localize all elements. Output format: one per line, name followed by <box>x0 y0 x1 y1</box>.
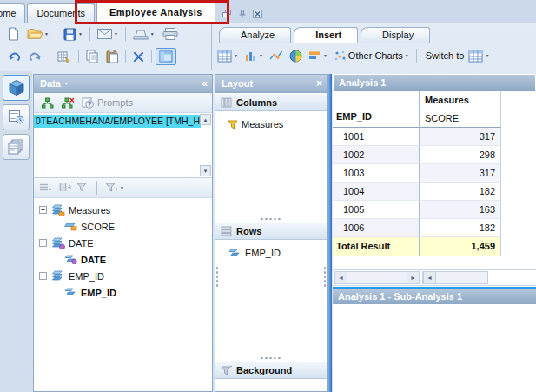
ribbon-tab-insert[interactable]: Insert <box>294 27 358 43</box>
toolbar-separator <box>78 50 79 63</box>
outline-view-button[interactable] <box>3 104 30 130</box>
restore-window-icon[interactable] <box>222 10 232 18</box>
insert-horizontal-bar-button[interactable]: ▼ <box>307 49 329 63</box>
collapse-expander-icon[interactable] <box>39 206 47 214</box>
tab-employee-analysis[interactable]: Employee Analysis <box>96 2 215 23</box>
columns-item-measures[interactable]: Measures <box>215 111 327 130</box>
resize-grip[interactable] <box>260 356 282 360</box>
add-new-filter-button[interactable]: ▼ <box>105 183 124 193</box>
columns-drop-zone[interactable]: Measures <box>215 111 327 222</box>
tree-item-emp-id-label: EMP_ID <box>81 288 116 298</box>
toggle-panels-button[interactable] <box>156 48 176 65</box>
rows-scrollbar[interactable]: ◄ ► <box>334 271 420 284</box>
tree-group-emp-id-label: EMP_ID <box>69 271 104 282</box>
save-button[interactable]: ▼ <box>60 25 86 43</box>
rows-item-emp-id[interactable]: EMP_ID <box>215 240 327 258</box>
layout-panel: Layout × Columns Measures Rows EMP_ID <box>215 74 328 392</box>
print-button[interactable] <box>159 25 182 43</box>
tree-item-date[interactable]: DATE <box>34 251 212 268</box>
pin-icon[interactable] <box>238 10 247 18</box>
background-drop-zone[interactable] <box>215 379 327 391</box>
insert-pie-chart-button[interactable] <box>288 48 304 64</box>
add-to-rows-button[interactable] <box>39 183 53 194</box>
tab-home-label: ome <box>0 8 16 18</box>
scroll-left-icon[interactable]: ◄ <box>334 272 347 283</box>
remove-datasource-button[interactable] <box>61 97 75 109</box>
panel-resize-grip-right[interactable] <box>323 266 327 289</box>
data-panel-title: Data <box>40 78 61 89</box>
columns-icon <box>221 97 232 108</box>
add-datasource-button[interactable] <box>41 97 54 109</box>
dropdown-icon: ▼ <box>78 32 83 37</box>
collapse-expander-icon[interactable] <box>39 239 47 247</box>
send-email-button[interactable]: ▼ <box>94 26 122 42</box>
dropdown-icon: ▼ <box>150 32 155 37</box>
collapse-panel-icon[interactable]: « <box>202 77 208 90</box>
ribbon-tab-analyze-label: Analyze <box>241 30 275 40</box>
tab-home[interactable]: ome <box>0 3 25 23</box>
resize-grip[interactable] <box>260 217 282 221</box>
scroll-down-icon[interactable]: ▼ <box>200 165 211 176</box>
redo-button[interactable] <box>25 48 46 65</box>
sheets-view-button[interactable] <box>3 134 30 160</box>
dropdown-icon: ▼ <box>120 186 124 190</box>
paste-button[interactable] <box>103 47 122 66</box>
crosstab-cell-emp-id: 1003 <box>333 164 420 183</box>
auto-layout-button[interactable] <box>54 48 75 66</box>
dropdown-icon: ▼ <box>485 54 489 58</box>
dropdown-icon: ▼ <box>259 54 263 58</box>
datasource-toolbar: Prompts <box>34 93 212 113</box>
tree-group-emp-id[interactable]: EMP_ID <box>34 268 212 284</box>
scroll-right-icon[interactable]: ► <box>407 272 420 283</box>
datasource-item-selected[interactable]: 0TEACHMEHANA/EMPLOYEE [TMH_HANA_CO <box>34 115 201 128</box>
toolbar-separator <box>50 50 50 63</box>
add-to-columns-button[interactable] <box>58 183 71 194</box>
tab-documents[interactable]: Documents <box>27 3 95 23</box>
tab-documents-label: Documents <box>36 8 85 18</box>
copy-button[interactable] <box>83 47 102 66</box>
hierarchy-time-icon <box>63 255 77 264</box>
switch-to-button[interactable]: Switch to▼ <box>422 48 492 64</box>
insert-line-chart-button[interactable] <box>268 48 285 63</box>
tree-group-measures[interactable]: Measures <box>34 202 212 218</box>
insert-crosstab-button[interactable]: ▼ <box>215 48 240 64</box>
ribbon-tab-analyze[interactable]: Analyze <box>219 27 291 43</box>
measure-icon <box>63 223 77 231</box>
export-button[interactable]: ▼ <box>129 25 158 43</box>
crosstab-row-dimension-header: EMP_ID <box>333 91 420 128</box>
toolbar-separator <box>56 27 56 41</box>
crosstab-cell-score: 163 <box>420 201 501 219</box>
new-document-button[interactable] <box>3 24 23 43</box>
collapse-expander-icon[interactable] <box>39 272 47 280</box>
close-panel-icon[interactable]: × <box>316 77 322 90</box>
scroll-up-icon[interactable]: ▲ <box>200 114 211 125</box>
tree-item-score[interactable]: SCORE <box>34 218 212 235</box>
insert-bar-chart-button[interactable]: ▼ <box>242 48 265 63</box>
filter-funnel-icon <box>228 120 238 130</box>
dropdown-icon: ▼ <box>323 54 328 58</box>
ribbon-tab-display[interactable]: Display <box>361 27 430 43</box>
tree-group-date[interactable]: DATE <box>34 235 212 251</box>
close-tab-icon[interactable] <box>253 10 262 18</box>
toolbar-separator <box>96 181 97 195</box>
data-menu-icon[interactable]: ▼ <box>64 82 69 86</box>
data-panel: Data ▼ « Prompts 0TEACHMEHANA/EMPLOYEE [… <box>33 74 213 392</box>
prompts-button[interactable]: Prompts <box>82 96 133 109</box>
prompts-label: Prompts <box>97 97 133 108</box>
panel-splitter[interactable] <box>328 74 332 392</box>
delete-button[interactable] <box>129 49 148 65</box>
add-filter-button[interactable] <box>76 183 89 193</box>
data-view-button[interactable] <box>3 75 30 101</box>
data-scrollbar[interactable]: ◄ <box>422 271 488 284</box>
ribbon-tab-bar: Analyze Insert Display <box>219 25 433 43</box>
rows-drop-zone[interactable]: EMP_ID <box>215 240 327 361</box>
open-document-button[interactable]: ▼ <box>23 25 52 43</box>
other-charts-button[interactable]: Other Charts▼ <box>332 48 411 63</box>
columns-item-measures-label: Measures <box>242 119 283 130</box>
undo-button[interactable] <box>3 48 24 65</box>
panel-resize-grip-left[interactable] <box>215 266 219 289</box>
tree-item-date-label: DATE <box>81 255 106 265</box>
tree-item-emp-id[interactable]: EMP_ID <box>34 284 212 301</box>
scroll-left-icon[interactable]: ◄ <box>423 272 436 283</box>
sub-analysis-header: Analysis 1 - Sub-Analysis 1 <box>333 287 536 304</box>
